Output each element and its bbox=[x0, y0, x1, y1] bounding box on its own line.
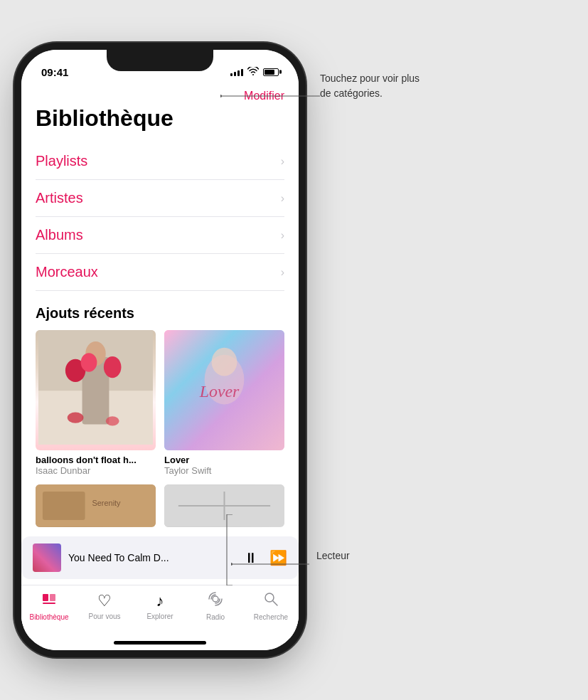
album-artist-lover: Taylor Swift bbox=[164, 465, 284, 476]
tab-explorer-label: Explorer bbox=[146, 612, 173, 620]
callout-modifier-line bbox=[220, 85, 327, 107]
tab-pourvous[interactable]: ♡ Pour vous bbox=[77, 592, 132, 620]
status-time: 09:41 bbox=[41, 66, 68, 78]
svg-text:Lover: Lover bbox=[199, 382, 240, 401]
svg-rect-19 bbox=[43, 594, 48, 601]
svg-rect-20 bbox=[50, 594, 55, 601]
tab-radio[interactable]: Radio bbox=[188, 591, 243, 621]
lecteur-bracket bbox=[224, 514, 235, 585]
albums-row2: Serenity bbox=[36, 484, 284, 527]
callout-lecteur-line bbox=[231, 557, 316, 571]
tab-explorer[interactable]: ♪ Explorer bbox=[132, 592, 188, 620]
callout-lecteur: Lecteur bbox=[313, 550, 350, 561]
status-icons bbox=[230, 67, 279, 78]
svg-text:Serenity: Serenity bbox=[92, 499, 122, 507]
svg-rect-21 bbox=[43, 603, 55, 604]
library-content: Bibliothèque Playlists › Artistes › Albu… bbox=[21, 102, 299, 536]
tab-explorer-icon: ♪ bbox=[156, 592, 164, 610]
album-item-lover[interactable]: Lover Lover Taylor Swift bbox=[164, 330, 284, 476]
chevron-icon: › bbox=[281, 192, 284, 205]
svg-point-11 bbox=[212, 348, 237, 376]
album-item-balloons[interactable]: balloons don't float h... Isaac Dunbar bbox=[36, 330, 156, 476]
callout-lecteur-text: Lecteur bbox=[316, 550, 350, 561]
menu-item-label: Morceaux bbox=[36, 264, 98, 280]
album-name-lover: Lover bbox=[164, 455, 284, 465]
svg-point-22 bbox=[213, 596, 218, 602]
recent-section-title: Ajouts récents bbox=[36, 291, 284, 330]
signal-icon bbox=[230, 68, 243, 76]
tab-recherche-label: Recherche bbox=[254, 613, 288, 621]
album-name-balloons: balloons don't float h... bbox=[36, 455, 156, 465]
album-artist-balloons: Isaac Dunbar bbox=[36, 465, 156, 476]
tab-radio-label: Radio bbox=[206, 613, 225, 621]
menu-item-playlists[interactable]: Playlists › bbox=[36, 143, 284, 180]
album-partial-1[interactable]: Serenity bbox=[36, 484, 156, 527]
tab-bibliotheque-label: Bibliothèque bbox=[29, 613, 68, 621]
annotation-area: Touchez pour voir plusde catégories. Lec… bbox=[306, 0, 588, 700]
svg-point-23 bbox=[265, 593, 274, 602]
lover-art: Lover bbox=[164, 330, 284, 450]
menu-item-label: Artistes bbox=[36, 190, 83, 206]
tab-bibliotheque-icon bbox=[41, 591, 57, 611]
menu-list: Playlists › Artistes › Albums › Morceaux… bbox=[36, 143, 284, 291]
chevron-icon: › bbox=[281, 229, 284, 242]
svg-rect-14 bbox=[43, 492, 85, 520]
home-indicator bbox=[114, 641, 206, 645]
menu-item-morceaux[interactable]: Morceaux › bbox=[36, 254, 284, 291]
battery-icon bbox=[263, 68, 279, 76]
tab-recherche[interactable]: Recherche bbox=[243, 591, 299, 621]
svg-point-8 bbox=[106, 416, 119, 425]
album-cover-lover: Lover bbox=[164, 330, 284, 450]
wifi-icon bbox=[247, 67, 259, 78]
mini-player-song: You Need To Calm D... bbox=[68, 552, 237, 563]
svg-point-26 bbox=[220, 95, 222, 97]
chevron-icon: › bbox=[281, 155, 284, 168]
menu-item-artistes[interactable]: Artistes › bbox=[36, 180, 284, 217]
tab-pourvous-icon: ♡ bbox=[97, 592, 112, 610]
menu-item-albums[interactable]: Albums › bbox=[36, 217, 284, 254]
menu-item-label: Playlists bbox=[36, 153, 87, 169]
svg-point-6 bbox=[81, 353, 97, 372]
svg-point-5 bbox=[104, 356, 122, 378]
page-title: Bibliothèque bbox=[36, 102, 284, 143]
tab-radio-icon bbox=[208, 591, 223, 611]
tab-pourvous-label: Pour vous bbox=[88, 612, 120, 620]
chevron-icon: › bbox=[281, 266, 284, 279]
balloons-art bbox=[36, 330, 156, 445]
tab-bibliotheque[interactable]: Bibliothèque bbox=[21, 591, 77, 621]
album-cover-balloons bbox=[36, 330, 156, 450]
callout-modifier: Touchez pour voir plusde catégories. bbox=[320, 71, 448, 101]
tab-recherche-icon bbox=[263, 591, 279, 611]
menu-item-label: Albums bbox=[36, 227, 83, 243]
notch bbox=[107, 50, 213, 71]
mini-player-cover bbox=[33, 543, 61, 572]
svg-point-7 bbox=[68, 413, 84, 423]
albums-grid: balloons don't float h... Isaac Dunbar bbox=[36, 330, 284, 476]
tab-bar: Bibliothèque ♡ Pour vous ♪ Explorer bbox=[21, 585, 299, 638]
svg-line-24 bbox=[273, 601, 277, 605]
callout-modifier-text: Touchez pour voir plusde catégories. bbox=[320, 71, 448, 101]
